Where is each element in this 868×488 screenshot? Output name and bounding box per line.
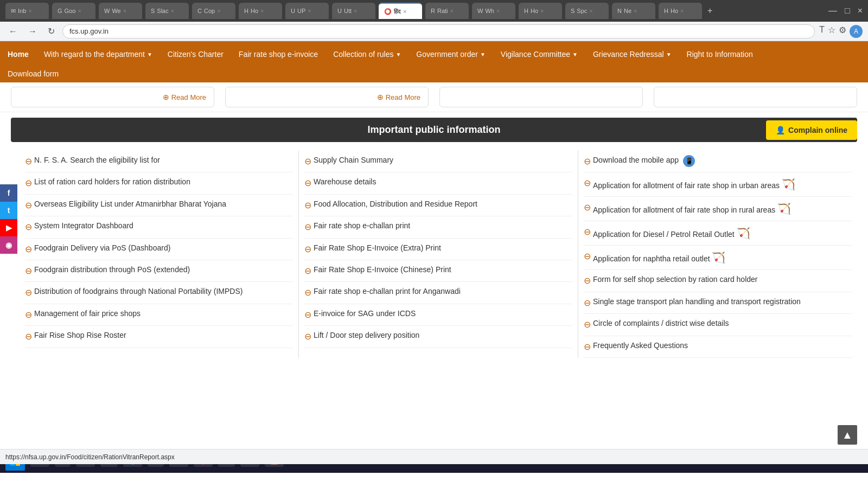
minus-circle-icon: ⊖ [304,156,311,168]
profile-icon[interactable]: A [850,25,863,38]
scroll-top-button[interactable]: ▲ [838,425,857,445]
tab-ho1[interactable]: H Ho × [239,3,282,19]
youtube-button[interactable]: ▶ [0,219,17,236]
tab-cop[interactable]: C Cop × [192,3,235,19]
twitter-button[interactable]: t [0,202,17,219]
new-tab-button[interactable]: + [707,6,712,16]
tab-slack[interactable]: S Slac × [145,3,189,19]
complain-icon: 👤 [776,126,785,134]
minus-circle-icon: ⊖ [584,251,591,262]
nav-download-form[interactable]: Download form [8,69,59,78]
tab-utt[interactable]: U Utt × [332,3,375,19]
reload-button[interactable]: ↻ [44,25,58,37]
tab-we[interactable]: W We × [99,3,142,19]
minus-circle-icon: ⊖ [584,275,591,287]
minus-circle-icon: ⊖ [25,265,32,277]
minus-circle-icon: ⊖ [304,177,311,189]
minus-circle-icon: ⊖ [25,221,32,233]
maximize-button[interactable]: □ [845,6,850,16]
minus-circle-icon: ⊖ [304,200,311,211]
list-item[interactable]: ⊖ Foodgrain Delivery via PoS (Dashboard) [25,239,293,260]
nav-department[interactable]: With regard to the department ▼ [36,42,160,66]
tab-up[interactable]: U UP × [285,3,329,19]
forward-button[interactable]: → [25,25,40,37]
list-item[interactable]: ⊖ Food Allocation, Distribution and Resi… [304,195,572,216]
status-url: https://nfsa.up.gov.in/Food/citizen/Rati… [5,453,175,461]
facebook-button[interactable]: f [0,184,17,202]
minus-circle-icon: ⊖ [304,265,311,277]
nav-home[interactable]: Home [0,42,36,66]
read-more-link-1[interactable]: ⊕ Read More [163,93,206,101]
minus-circle-icon: ⊖ [304,331,311,343]
tab-google[interactable]: G Goo × [52,3,95,19]
nav-collection-rules[interactable]: Collection of rules ▼ [326,42,409,66]
nav-fair-rate-einvoice[interactable]: Fair rate shop e-invoice [231,42,326,66]
nav-vigilance[interactable]: Vigilance Committee ▼ [493,42,585,66]
list-item[interactable]: ⊖ Overseas Eligibility List under Atmani… [25,195,293,216]
minus-circle-icon: ⊖ [304,287,311,299]
nav-govt-order[interactable]: Government order ▼ [409,42,493,66]
list-item[interactable]: ⊖ N. F. S. A. Search the eligibility lis… [25,151,293,172]
main-navbar: Home With regard to the department ▼ Cit… [0,41,868,67]
minus-circle-icon: ⊖ [25,309,32,321]
extensions-icon[interactable]: ⚙ [839,25,846,38]
list-item[interactable]: ⊖ Foodgrain distribution through PoS (ex… [25,260,293,282]
minus-circle-icon: ⊖ [25,200,32,211]
list-item[interactable]: ⊖ Management of fair price shops [25,304,293,326]
browser-toolbar: ← → ↻ T ☆ ⚙ A [0,22,868,41]
minus-circle-icon: ⊖ [584,341,591,353]
dropdown-arrow-govt: ▼ [480,52,486,57]
list-item-naphtha[interactable]: ⊖ Application for naphtha retail outlet … [584,246,852,270]
list-item[interactable]: ⊖ Fair rate shop e-challan print for Ang… [304,282,572,304]
read-more-card-4 [654,87,857,107]
nav-grievance[interactable]: Grievance Redressal ▼ [585,42,679,66]
list-item-diesel-petrol[interactable]: ⊖ Application for Diesel / Petrol Retail… [584,221,852,246]
list-item[interactable]: ⊖ Fair Rate Shop E-Invoice (Chinese) Pri… [304,260,572,282]
list-item[interactable]: ⊖ Lift / Door step delivery position [304,326,572,348]
minus-circle-icon: ⊖ [25,287,32,299]
minus-circle-icon: ⊖ [584,202,591,214]
list-item[interactable]: ⊖ Distribution of foodgrains through Nat… [25,282,293,304]
nav-rti[interactable]: Right to Information [679,42,761,66]
nav-citizens-charter[interactable]: Citizen's Charter [160,42,231,66]
tab-ho3[interactable]: H Ho × [659,3,702,19]
list-item-faq[interactable]: ⊖ Frequently Asked Questions [584,336,852,358]
list-item[interactable]: ⊖ Supply Chain Summary [304,151,572,172]
tab-hindi[interactable]: ⭕ हिंद × [379,3,422,19]
list-item[interactable]: ⊖ Fair Rate Shop E-Invoice (Extra) Print [304,239,572,260]
tab-ne[interactable]: N Ne × [612,3,655,19]
list-item[interactable]: ⊖ Fair rate shop e-challan print [304,216,572,238]
dropdown-arrow-griev: ▼ [666,52,672,57]
list-item-transport[interactable]: ⊖ Single stage transport plan handling a… [584,292,852,314]
close-button[interactable]: × [858,6,863,16]
tab-ho2[interactable]: H Ho × [519,3,562,19]
dropdown-arrow: ▼ [147,52,152,57]
read-more-link-2[interactable]: ⊕ Read More [377,93,420,101]
tab-rati[interactable]: R Rati × [425,3,469,19]
mobile-app-icon: 📱 [683,155,695,167]
back-button[interactable]: ← [5,25,21,37]
read-more-strip: ⊕ Read More ⊕ Read More [0,82,868,112]
minimize-button[interactable]: — [828,6,837,16]
tab-wh[interactable]: W Wh × [472,3,515,19]
tab-spc[interactable]: S Spc × [565,3,609,19]
list-item-complaints[interactable]: ⊖ Circle of complaints / district wise d… [584,314,852,336]
list-item[interactable]: ⊖ E-invoice for SAG under ICDS [304,304,572,326]
list-item-self-shop[interactable]: ⊖ Form for self shop selection by ration… [584,270,852,292]
instagram-button[interactable]: ◉ [0,236,17,254]
complain-online-button[interactable]: 👤 Complain online [766,120,857,140]
list-item[interactable]: ⊖ List of ration card holders for ration… [25,172,293,194]
address-bar[interactable] [62,24,815,38]
translate-icon[interactable]: T [819,25,825,38]
browser-tabs-bar: ✉ Inb × G Goo × W We × S Slac × C Cop × … [0,0,868,22]
list-item[interactable]: ⊖ Fair Rise Shop Rise Roster [25,326,293,348]
list-item[interactable]: ⊖ Warehouse details [304,172,572,194]
list-item-rural-allotment[interactable]: ⊖ Application for allotment of fair rate… [584,197,852,221]
red-arrow-icon: 🏹 [782,178,795,190]
main-columns: ⊖ N. F. S. A. Search the eligibility lis… [0,151,868,358]
bookmark-icon[interactable]: ☆ [828,25,835,38]
list-item-urban-allotment[interactable]: ⊖ Application for allotment of fair rate… [584,172,852,197]
list-item-mobile-app[interactable]: ⊖ Download the mobile app 📱 [584,151,852,172]
list-item[interactable]: ⊖ System Integrator Dashboard [25,216,293,238]
tab-gmail[interactable]: ✉ Inb × [5,3,49,19]
